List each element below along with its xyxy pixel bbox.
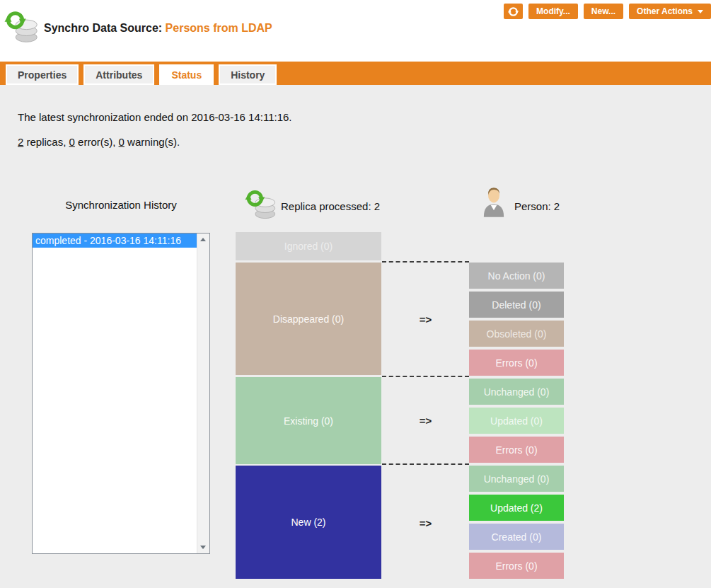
scroll-down-icon[interactable] xyxy=(197,541,209,553)
new-button[interactable]: New... xyxy=(584,4,623,19)
tab-attributes[interactable]: Attributes xyxy=(83,64,154,85)
flow-target-updated-2: Updated (2) xyxy=(469,495,564,521)
sync-counts-summary: 2 replicas, 0 error(s), 0 warning(s). xyxy=(18,136,180,148)
errors-count-link[interactable]: 0 xyxy=(69,136,75,148)
caret-down-icon xyxy=(698,10,703,13)
history-list-item[interactable]: completed - 2016-03-16 14:11:16 xyxy=(33,234,197,248)
last-sync-summary: The latest synchronization ended on 2016… xyxy=(18,111,292,123)
replica-processed-label: Replica processed: 2 xyxy=(281,200,380,212)
tab-properties[interactable]: Properties xyxy=(6,64,79,85)
flow-target-errors-3: Errors (0) xyxy=(469,553,564,579)
history-title: Synchronization History xyxy=(32,199,210,211)
warnings-count-link[interactable]: 0 xyxy=(119,136,125,148)
flow-target-no-action: No Action (0) xyxy=(469,263,564,289)
flow-target-unchanged-1: Unchanged (0) xyxy=(469,379,564,405)
flow-target-errors-2: Errors (0) xyxy=(469,437,564,463)
action-toolbar: Modify... New... Other Actions xyxy=(504,4,711,19)
flow-divider xyxy=(382,376,469,377)
flow-target-updated-1: Updated (0) xyxy=(469,408,564,434)
tab-history[interactable]: History xyxy=(219,64,277,85)
flow-target-deleted: Deleted (0) xyxy=(469,292,564,318)
modify-button[interactable]: Modify... xyxy=(528,4,578,19)
page-header: Synchro Data Source: Persons from LDAP M… xyxy=(0,0,711,62)
page-title: Synchro Data Source: Persons from LDAP xyxy=(44,22,272,35)
refresh-button[interactable] xyxy=(504,4,523,19)
history-listbox[interactable]: completed - 2016-03-16 14:11:16 xyxy=(32,233,210,554)
scroll-up-icon[interactable] xyxy=(197,234,209,246)
flow-arrow: => xyxy=(382,313,469,325)
flow-divider xyxy=(382,463,469,465)
tabs: Properties Attributes Status History xyxy=(6,64,277,85)
other-actions-label: Other Actions xyxy=(637,6,693,16)
flow-arrow: => xyxy=(382,517,469,529)
database-sync-icon xyxy=(4,9,40,45)
object-name: Persons from LDAP xyxy=(166,22,272,34)
flow-source-disappeared: Disappeared (0) xyxy=(236,263,381,375)
flow-target-created: Created (0) xyxy=(469,524,564,550)
warnings-text: warning(s). xyxy=(125,136,180,148)
person-count-label: Person: 2 xyxy=(514,200,560,212)
flow-source-ignored: Ignored (0) xyxy=(236,232,381,260)
replicas-text: replicas, xyxy=(23,136,69,148)
history-scrollbar[interactable] xyxy=(197,234,209,553)
flow-target-errors-1: Errors (0) xyxy=(469,350,564,376)
synchro-data-source-page: { "header": { "title_prefix": "Synchro D… xyxy=(0,0,711,588)
flow-arrow: => xyxy=(382,415,469,427)
flow-target-unchanged-2: Unchanged (0) xyxy=(469,466,564,492)
flow-source-new: New (2) xyxy=(236,466,381,579)
person-icon xyxy=(482,185,506,218)
page-title-prefix: Synchro Data Source: xyxy=(44,22,166,34)
replica-database-sync-icon xyxy=(245,188,277,221)
refresh-icon xyxy=(508,6,519,17)
tab-status[interactable]: Status xyxy=(159,64,214,85)
flow-divider xyxy=(382,261,469,263)
flow-target-obsoleted: Obsoleted (0) xyxy=(469,321,564,347)
flow-source-existing: Existing (0) xyxy=(236,377,381,464)
tab-bar: Properties Attributes Status History xyxy=(0,62,711,85)
other-actions-button[interactable]: Other Actions xyxy=(629,4,711,19)
errors-text: error(s), xyxy=(75,136,119,148)
